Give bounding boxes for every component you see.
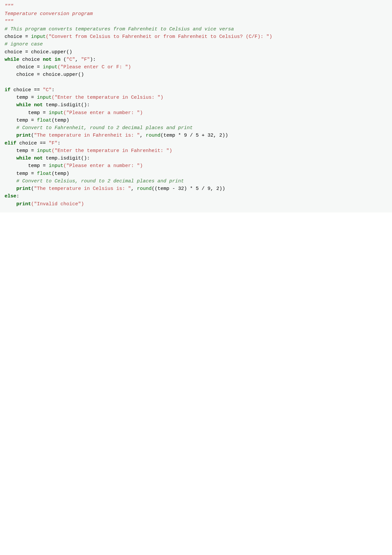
temp-reassign2: temp = <box>5 163 49 169</box>
prompt-number: ("Please enter a number: ") <box>63 110 143 116</box>
prompt-number2: ("Please enter a number: ") <box>63 163 143 169</box>
print-c-comma: , <box>131 186 137 192</box>
choice-upper: choice = choice.upper() <box>5 49 72 55</box>
comment-convert-c: # Convert to Celsius, round to 2 decimal… <box>5 178 184 184</box>
print-fn2: print <box>16 186 31 192</box>
round-f-args: (temp * 9 / 5 + 32, 2)) <box>160 133 228 138</box>
comment-ignore-case: # ignore case <box>5 42 43 47</box>
prompt-main: ("Convert from Celsius to Fahrenheit or … <box>46 34 272 40</box>
while-not-digit2: temp.isdigit(): <box>43 156 90 161</box>
temp-assign2: temp = <box>5 148 37 154</box>
str-invalid: ("Invalid choice") <box>31 201 84 207</box>
while-choice: choice <box>19 57 43 62</box>
prompt-celsius: ("Enter the temperature in Celsius: ") <box>52 95 163 100</box>
colon: : <box>52 87 55 93</box>
paren-open: ( <box>31 133 34 138</box>
comment-convert-f: # Convert to Fahrenheit, round to 2 deci… <box>5 125 193 131</box>
input-fn: input <box>43 64 57 70</box>
while-not-digit: temp.isdigit(): <box>43 102 90 108</box>
tuple-open: ( <box>60 57 66 62</box>
docstring-text: Temperature conversion program <box>5 11 93 17</box>
kw-not: not <box>43 57 52 62</box>
print-f-comma: , <box>140 133 146 138</box>
kw-while2: while <box>16 102 31 108</box>
temp-reassign: temp = <box>5 110 49 116</box>
kw-while: while <box>5 57 19 62</box>
comment-intro: # This program converts temperatures fro… <box>5 26 234 32</box>
float-arg2: (temp) <box>52 171 69 177</box>
choice-assign: choice = <box>5 34 31 40</box>
code-block: """ Temperature conversion program """ #… <box>0 0 392 212</box>
str-temp-c: "The temperature in Celsius is: " <box>34 186 131 192</box>
temp-float: temp = <box>5 118 37 123</box>
str-f2: "F" <box>49 141 57 146</box>
print-indent <box>5 133 16 138</box>
float-arg: (temp) <box>52 118 69 123</box>
print-indent3 <box>5 201 16 207</box>
input-fn: input <box>49 110 63 116</box>
while-indent <box>5 102 16 108</box>
str-f: "F" <box>81 57 90 62</box>
comma: , <box>75 57 81 62</box>
docstring-open: """ <box>5 4 13 9</box>
prompt-cf: ("Please enter C or F: ") <box>57 64 131 70</box>
kw-not2: not <box>34 102 43 108</box>
str-c2: "C" <box>43 87 52 93</box>
kw-in: in <box>55 57 60 62</box>
round-fn2: round <box>137 186 152 192</box>
kw-else: else <box>5 193 16 199</box>
colon2: : <box>57 141 60 146</box>
kw-while3: while <box>16 156 31 161</box>
str-c: "C" <box>66 57 75 62</box>
temp-assign: temp = <box>5 95 37 100</box>
paren-open2: ( <box>31 186 34 192</box>
while-indent2 <box>5 156 16 161</box>
print-indent2 <box>5 186 16 192</box>
str-temp-f: "The temperature in Fahrenheit is: " <box>34 133 140 138</box>
prompt-fahrenheit: ("Enter the temperature in Fahrenheit: "… <box>52 148 172 154</box>
kw-not3: not <box>34 156 43 161</box>
choice-reassign: choice = <box>5 64 43 70</box>
input-fn: input <box>49 163 63 169</box>
kw-elif: elif <box>5 141 16 146</box>
choice-upper-indented: choice = choice.upper() <box>5 72 84 77</box>
if-cond: choice == <box>10 87 43 93</box>
print-fn: print <box>16 133 31 138</box>
temp-float2: temp = <box>5 171 37 177</box>
round-fn: round <box>146 133 160 138</box>
elif-cond: choice == <box>16 141 49 146</box>
else-colon: : <box>16 193 19 199</box>
print-fn3: print <box>16 201 31 207</box>
float-fn2: float <box>37 171 52 177</box>
docstring-close: """ <box>5 19 13 25</box>
tuple-close: ): <box>90 57 96 62</box>
float-fn: float <box>37 118 52 123</box>
input-fn: input <box>37 148 52 154</box>
round-c-args: ((temp - 32) * 5 / 9, 2)) <box>152 186 225 192</box>
input-fn: input <box>31 34 46 40</box>
input-fn: input <box>37 95 52 100</box>
kw-if: if <box>5 87 10 93</box>
